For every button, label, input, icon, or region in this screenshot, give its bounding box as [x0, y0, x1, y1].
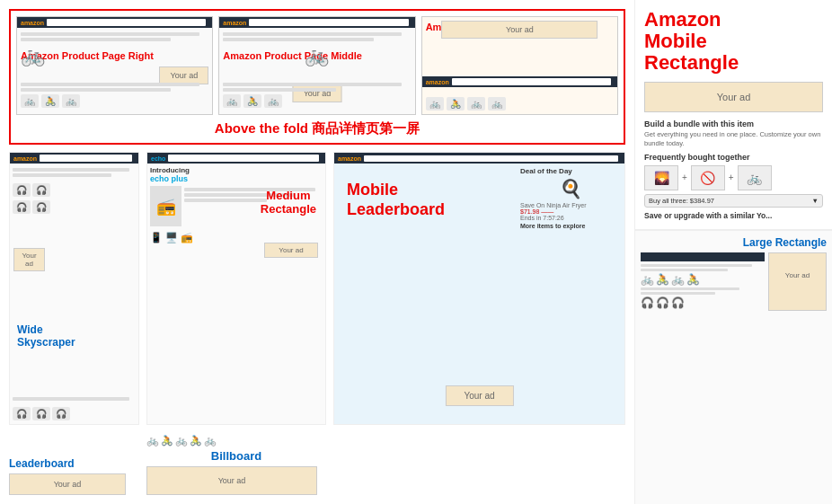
- lr-content: 🚲 🚴 🚲 🚴 🎧 🎧 🎧: [641, 252, 765, 311]
- medium-rect-your-ad: Your ad: [264, 243, 318, 258]
- amazon-mobile-rectangle: AmazonMobileRectangle Your ad Build a bu…: [635, 0, 832, 230]
- bt-img-1: 🌄: [644, 165, 678, 190]
- bt-img-2: 🚫: [691, 165, 725, 190]
- card3-your-ad: Your ad: [441, 21, 597, 39]
- bottom-row: amazon 🎧 🎧 🎧 🎧 Your ad: [9, 152, 625, 425]
- dropdown-arrow: ▼: [812, 197, 819, 205]
- frequently-bought-title: Frequently bought together: [644, 153, 823, 162]
- right-section: AmazonMobileRectangle Your ad Build a bu…: [634, 0, 832, 504]
- bt-img-3: 🚲: [738, 165, 772, 190]
- right-your-ad: Your ad: [644, 82, 823, 112]
- buy-all-label: Buy all three: $384.97: [649, 197, 714, 205]
- medium-rectangle-card: echo Introducing echo plus 📻 Your ad 📱: [146, 152, 326, 425]
- large-rect-mini: 🚲 🚴 🚲 🚴 🎧 🎧 🎧 Your ad: [641, 252, 827, 311]
- product-page-middle-card: amazon Amazon Product Page Middle 🚲 Your…: [218, 16, 415, 115]
- leaderboard-area: Leaderboard Your ad 🚲 🚴 🚲 🚴 🚲 Billboard …: [9, 432, 625, 495]
- leaderboard-your-ad: Your ad: [9, 473, 126, 495]
- build-bundle-title: Build a bundle with this item: [644, 119, 823, 128]
- large-rectangle-label: Large Rectangle: [641, 236, 827, 249]
- wide-skyscraper-your-ad: Your ad: [13, 248, 45, 271]
- buy-all-row: Buy all three: $384.97 ▼: [644, 194, 823, 208]
- mobile-leaderboard-card: amazon MobileLeaderboard Deal of the Day…: [333, 152, 625, 425]
- main-container: amazon Amazon Product Page Right 🚲 Your …: [0, 0, 832, 504]
- medium-rect-label: MediumRectangle: [261, 189, 316, 216]
- wide-skyscraper-card: amazon 🎧 🎧 🎧 🎧 Your ad: [9, 152, 139, 425]
- mobile-leaderboard-label: MobileLeaderboard: [338, 167, 513, 233]
- phone-content: Build a bundle with this item Get everyt…: [644, 119, 823, 220]
- save-upgrade-title: Save or upgrade with a similar Yo...: [644, 211, 823, 220]
- large-rectangle-section: Large Rectangle 🚲 🚴 🚲 🚴 🎧: [635, 230, 832, 504]
- billboard-your-ad: Your ad: [146, 466, 317, 495]
- large-rect-your-ad: Your ad: [768, 252, 827, 311]
- amazon-mobile-rectangle-title: AmazonMobileRectangle: [644, 9, 823, 75]
- leaderboard-label: Leaderboard: [9, 457, 139, 470]
- build-bundle-text: Get everything you need in one place. Cu…: [644, 130, 823, 149]
- bike-icon-1: 🚲: [21, 44, 45, 67]
- card1-label: Amazon Product Page Right: [17, 46, 212, 64]
- mobile-leaderboard-your-ad: Your ad: [445, 385, 513, 406]
- top-stripe-card: Amazon top stripe Your ad amazon 🚲 🚴 🚲 🚲: [421, 16, 618, 115]
- deal-of-day-title: Deal of the Day: [520, 167, 621, 175]
- bike-icon-2: 🚲: [305, 44, 329, 67]
- billboard-label: Billboard: [146, 449, 326, 463]
- product-page-right-card: amazon Amazon Product Page Right 🚲 Your …: [16, 16, 213, 115]
- wide-skyscraper-label: WideSkyscraper: [13, 320, 79, 352]
- left-section: amazon Amazon Product Page Right 🚲 Your …: [0, 0, 634, 504]
- top-row-above-fold: amazon Amazon Product Page Right 🚲 Your …: [9, 9, 625, 145]
- bought-together-images: 🌄 + 🚫 + 🚲: [644, 165, 823, 190]
- above-fold-label: Above the fold 商品详情页第一屏: [16, 120, 618, 137]
